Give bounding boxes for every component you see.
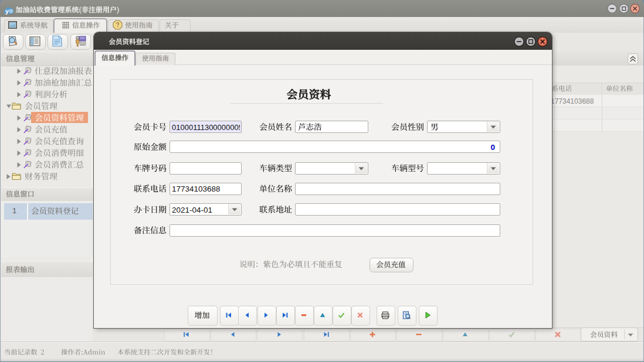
svg-text:y: y — [5, 8, 9, 15]
